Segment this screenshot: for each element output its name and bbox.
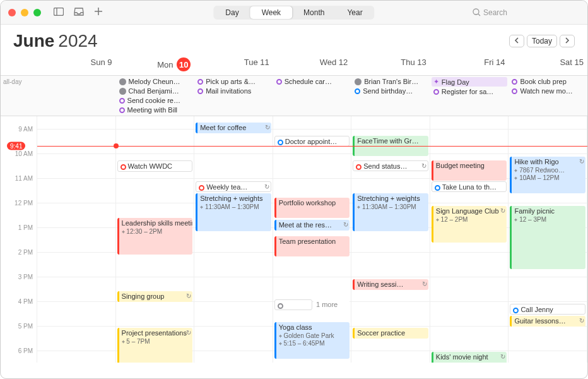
event-title: Meet for coffee bbox=[200, 124, 246, 131]
calendar-event[interactable]: Kids' movie night↻ bbox=[432, 352, 507, 363]
month-label: June bbox=[13, 31, 54, 51]
calendar-event[interactable]: Call Jenny bbox=[510, 304, 585, 315]
calendar-event[interactable]: Project presentations⌖ 5 – 7PM↻ bbox=[117, 328, 193, 363]
close-window[interactable] bbox=[8, 9, 16, 16]
calendar-event[interactable]: Meet at the res…↻ bbox=[274, 220, 350, 231]
calendar-event[interactable]: Stretching + weights⌖ 11:30AM – 1:30PM bbox=[353, 193, 428, 231]
sidebar-toggle-icon[interactable] bbox=[54, 7, 64, 18]
today-button[interactable]: Today bbox=[527, 35, 557, 47]
calendar-event[interactable]: Weekly tea…↻ bbox=[196, 181, 271, 192]
event-dot bbox=[121, 164, 126, 170]
event-title: Doctor appoint… bbox=[285, 138, 338, 145]
event-title: Melody Cheun… bbox=[129, 78, 180, 85]
allday-event[interactable]: Meeting with Bill bbox=[117, 105, 194, 114]
hour-label: 2 PM bbox=[18, 249, 33, 256]
calendar-event[interactable]: Yoga class⌖ Golden Gate Park⌖ 5:15 – 6:4… bbox=[274, 322, 350, 359]
prev-week-button[interactable] bbox=[509, 35, 524, 47]
day-header-cell: Wed 12 bbox=[273, 55, 352, 75]
inbox-icon[interactable] bbox=[74, 7, 84, 18]
event-title: Family picnic bbox=[514, 207, 555, 215]
event-title: Meeting with Bill bbox=[127, 106, 177, 114]
fullscreen-window[interactable] bbox=[33, 9, 41, 16]
calendar-event[interactable]: Meet for coffee↻ bbox=[196, 123, 271, 133]
calendar-event[interactable]: Take Luna to th… bbox=[432, 181, 507, 192]
calendar-event[interactable]: Writing sessi…↻ bbox=[353, 279, 428, 290]
event-dot bbox=[119, 88, 126, 95]
minimize-window[interactable] bbox=[21, 9, 28, 16]
allday-event[interactable]: Watch new mo… bbox=[510, 87, 586, 95]
event-title: Writing sessi… bbox=[357, 280, 403, 288]
calendar-event[interactable]: Family picnic⌖ 12 – 3PM bbox=[510, 206, 585, 269]
allday-event[interactable]: Schedule car… bbox=[274, 77, 351, 86]
allday-col: Brian Tran's Bir…Send birthday… bbox=[351, 76, 430, 116]
day-column[interactable]: Budget meetingTake Luna to th…Sign Langu… bbox=[430, 116, 509, 363]
event-dot bbox=[119, 107, 125, 113]
event-dot bbox=[119, 98, 125, 104]
day-column[interactable]: Doctor appoint…Portfolio workshopMeet at… bbox=[273, 116, 352, 363]
day-column[interactable]: Watch WWDCLeadership skills meeting⌖ 12:… bbox=[116, 116, 195, 363]
calendar-event[interactable]: Portfolio workshop bbox=[274, 198, 350, 218]
allday-event[interactable]: Book club prep bbox=[510, 77, 586, 86]
hour-label: 10 AM bbox=[15, 150, 33, 157]
calendar-event[interactable]: Soccer practice bbox=[353, 328, 428, 339]
calendar-event[interactable]: Team presentation bbox=[274, 236, 350, 256]
event-time: ⌖ 5 – 7PM bbox=[122, 338, 191, 346]
calendar-event[interactable]: Send status…↻ bbox=[353, 160, 428, 171]
day-column[interactable]: Meet for coffee↻Weekly tea…↻Stretching +… bbox=[194, 116, 273, 363]
calendar-event[interactable]: Leadership skills meeting⌖ 12:30 – 2PM bbox=[117, 218, 193, 255]
location-icon: ⌖ bbox=[122, 229, 125, 235]
week-grid[interactable]: 9 AM10 AM11 AM12 PM1 PM2 PM3 PM4 PM5 PM6… bbox=[1, 116, 587, 363]
allday-event[interactable]: Chad Benjami… bbox=[117, 87, 194, 95]
calendar-event[interactable]: Stretching + weights⌖ 11:30AM – 1:30PM bbox=[196, 193, 271, 231]
add-event-icon[interactable] bbox=[94, 7, 103, 18]
event-dot bbox=[199, 185, 204, 191]
allday-event[interactable]: Pick up arts &… bbox=[196, 77, 272, 86]
allday-event[interactable]: ✦Flag Day bbox=[432, 77, 508, 87]
calendar-event[interactable]: Hike with Rigo⌖ 7867 Redwoo…⌖ 10AM – 12P… bbox=[510, 157, 585, 193]
event-dot bbox=[355, 78, 362, 85]
header: June 2024 Today bbox=[1, 25, 587, 55]
day-column[interactable] bbox=[37, 116, 116, 363]
day-column[interactable]: Hike with Rigo⌖ 7867 Redwoo…⌖ 10AM – 12P… bbox=[509, 116, 587, 363]
allday-col: Book club prepWatch new mo… bbox=[509, 76, 587, 116]
recurring-icon: ↻ bbox=[264, 183, 269, 191]
recurring-icon: ↻ bbox=[421, 162, 426, 171]
time-column: 9 AM10 AM11 AM12 PM1 PM2 PM3 PM4 PM5 PM6… bbox=[1, 116, 37, 363]
calendar-event[interactable]: Sign Language Club⌖ 12 – 2PM↻ bbox=[432, 206, 507, 243]
view-day[interactable]: Day bbox=[214, 6, 250, 19]
allday-event[interactable]: Melody Cheun… bbox=[117, 77, 194, 86]
allday-event[interactable]: Send cookie re… bbox=[117, 96, 194, 105]
day-column[interactable]: FaceTime with Gr…Send status…↻Stretching… bbox=[351, 116, 430, 363]
calendar-event[interactable]: Doctor appoint… bbox=[274, 136, 350, 147]
event-time: ⌖ 5:15 – 6:45PM bbox=[279, 340, 348, 348]
calendar-event[interactable]: Watch WWDC bbox=[117, 160, 193, 172]
location-icon: ⌖ bbox=[279, 333, 282, 339]
more-events[interactable]: 1 more bbox=[314, 299, 350, 310]
event-time: ⌖ 11:30AM – 1:30PM bbox=[200, 203, 269, 212]
event-title: Portfolio workshop bbox=[279, 199, 336, 207]
svg-point-4 bbox=[473, 9, 479, 15]
view-month[interactable]: Month bbox=[292, 6, 336, 19]
view-year[interactable]: Year bbox=[336, 6, 373, 19]
allday-col: ✦Flag DayRegister for sa… bbox=[430, 76, 509, 116]
allday-event[interactable]: Register for sa… bbox=[432, 87, 508, 96]
event-title: Team presentation bbox=[279, 238, 336, 245]
event-title: Soccer practice bbox=[357, 329, 405, 337]
event-dot bbox=[276, 79, 282, 85]
allday-event[interactable]: Send birthday… bbox=[353, 87, 429, 95]
event-title: Watch new mo… bbox=[520, 87, 572, 95]
search-icon bbox=[473, 8, 481, 16]
location-icon: ⌖ bbox=[436, 217, 439, 223]
allday-event[interactable]: Mail invitations bbox=[196, 87, 272, 95]
calendar-event[interactable]: Singing group↻ bbox=[117, 291, 193, 302]
view-week[interactable]: Week bbox=[250, 6, 292, 19]
calendar-event[interactable]: Guitar lessons…↻ bbox=[510, 316, 585, 327]
recurring-icon: ↻ bbox=[343, 221, 348, 229]
calendar-event[interactable]: Meeting… bbox=[274, 299, 312, 310]
allday-col: Pick up arts &…Mail invitations bbox=[194, 76, 273, 116]
search-field[interactable]: Search bbox=[473, 8, 580, 17]
allday-event[interactable]: Brian Tran's Bir… bbox=[353, 77, 429, 86]
next-week-button[interactable] bbox=[560, 35, 575, 47]
calendar-event[interactable]: Budget meeting bbox=[432, 160, 507, 181]
hour-label: 4 PM bbox=[18, 298, 33, 305]
